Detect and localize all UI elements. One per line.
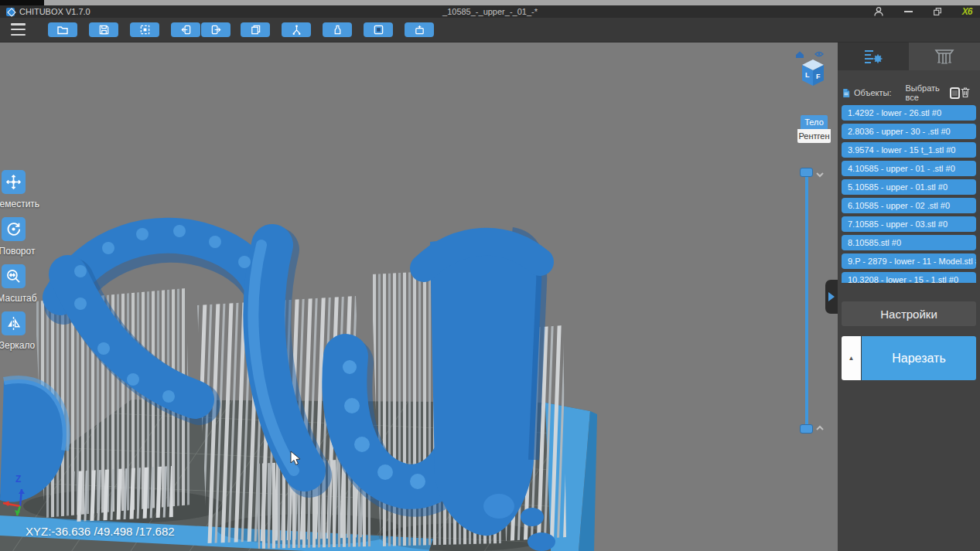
- view-cube[interactable]: L F: [794, 47, 832, 90]
- object-list-item[interactable]: 5.10585 - upper - 01.stl #0: [842, 179, 976, 195]
- app-logo-icon: [6, 8, 15, 16]
- trash-icon: [960, 87, 971, 98]
- objects-header: Объекты: Выбрать все: [842, 85, 975, 100]
- select-all-label: Выбрать все: [905, 83, 944, 102]
- minimize-button[interactable]: [900, 6, 917, 17]
- build-plate-scene: [0, 43, 838, 551]
- menu-hamburger-icon[interactable]: [11, 23, 26, 36]
- punch-hole-button[interactable]: [405, 22, 434, 37]
- view-cube-left-face: L: [805, 71, 810, 79]
- save-button[interactable]: [89, 22, 118, 37]
- rotate-tool-label: Поворот: [0, 246, 45, 257]
- move-icon: [5, 174, 22, 190]
- recorder-badge: X6: [958, 6, 975, 17]
- layer-slider-bottom-handle[interactable]: [800, 424, 813, 434]
- move-tool-button[interactable]: [2, 170, 26, 194]
- select-all-checkbox[interactable]: [950, 87, 960, 99]
- chevron-up-icon[interactable]: [814, 423, 825, 434]
- layer-slider-top-handle[interactable]: [800, 168, 813, 177]
- export-model-button[interactable]: [201, 22, 230, 37]
- settings-list-icon: [863, 48, 883, 65]
- tab-supports[interactable]: [909, 43, 980, 70]
- xyz-status: XYZ:-36.636 /49.498 /17.682: [26, 525, 175, 538]
- auto-support-button[interactable]: [282, 22, 311, 37]
- slice-button[interactable]: Нарезать: [862, 336, 976, 380]
- right-panel: Объекты: Выбрать все 1.4292 - lower - 26…: [838, 43, 980, 551]
- open-folder-button[interactable]: [48, 22, 77, 37]
- slice-row: ▲ Нарезать: [842, 336, 976, 380]
- export-model-icon: [210, 24, 222, 36]
- dig-hole-button[interactable]: [364, 22, 393, 37]
- home-icon[interactable]: [796, 52, 804, 59]
- restore-button[interactable]: [929, 6, 946, 17]
- chevron-down-icon[interactable]: [814, 169, 825, 180]
- select-region-button[interactable]: [130, 22, 159, 37]
- scale-tool-label: Масштаб: [0, 293, 45, 304]
- view-mode-xray-button[interactable]: Рентген: [797, 129, 831, 143]
- view-cube-front-face: F: [816, 73, 821, 80]
- mirror-tool-button[interactable]: [2, 311, 26, 335]
- select-region-icon: [139, 24, 151, 36]
- screen-edge: [0, 0, 980, 5]
- mirror-icon: [5, 315, 22, 332]
- open-folder-icon: [56, 24, 69, 36]
- punch-hole-icon: [414, 24, 425, 36]
- object-list-item[interactable]: 9.P - 2879 - lower - 11 - Model.stl #0: [842, 253, 976, 269]
- viewport-3d[interactable]: Z реместить Поворот Масштаб Зеркало: [0, 43, 838, 551]
- hollow-button[interactable]: [323, 22, 352, 37]
- move-tool-label: реместить: [0, 199, 45, 209]
- object-list-item[interactable]: 6.10585 - upper - 02 .stl #0: [842, 198, 976, 213]
- object-list-item[interactable]: 8.10585.stl #0: [842, 235, 976, 250]
- document-title: _10585_-_upper_-_01_-*: [0, 7, 980, 16]
- dig-hole-icon: [373, 24, 384, 36]
- object-list-item[interactable]: 1.4292 - lower - 26.stl #0: [842, 105, 976, 121]
- delete-button[interactable]: [960, 87, 971, 100]
- view-mode-body-button[interactable]: Тело: [801, 115, 828, 129]
- object-list-item[interactable]: 7.10585 - upper - 03.stl #0: [842, 216, 976, 232]
- copy-model-icon: [250, 24, 261, 36]
- axis-z-label: Z: [15, 474, 21, 485]
- object-list-item[interactable]: 4.10585 - upper - 01 - .stl #0: [842, 161, 976, 176]
- mouse-cursor: [290, 451, 302, 471]
- mirror-tool-label: Зеркало: [0, 340, 45, 351]
- panel-collapse-handle[interactable]: [825, 280, 838, 314]
- copy-model-button[interactable]: [241, 22, 270, 37]
- tab-objects-settings[interactable]: [838, 43, 909, 70]
- object-list-item[interactable]: 3.9574 - lower - 15 t_1.stl #0: [842, 142, 976, 158]
- toolbar: [0, 18, 980, 43]
- document-icon: [842, 87, 850, 99]
- user-account-icon[interactable]: [870, 6, 887, 17]
- slice-dropdown-button[interactable]: ▲: [842, 336, 861, 380]
- scale-icon: [5, 268, 22, 284]
- hollow-icon: [332, 24, 343, 36]
- triangle-right-icon: [828, 292, 835, 301]
- import-model-button[interactable]: [171, 22, 200, 37]
- settings-button[interactable]: Настройки: [842, 301, 976, 326]
- screen-edge-dark: [0, 0, 44, 5]
- object-list-item[interactable]: 2.8036 - upper - 30 - .stl #0: [842, 124, 976, 139]
- objects-label: Объекты:: [854, 88, 891, 97]
- import-model-icon: [180, 24, 192, 36]
- eye-icon[interactable]: [815, 53, 823, 56]
- window-controls: X6: [870, 5, 975, 18]
- object-list-item[interactable]: 10.3208 - lower - 15 - 1.stl #0: [842, 272, 976, 283]
- layer-slider-track[interactable]: [805, 172, 808, 430]
- rotate-tool-button[interactable]: [2, 217, 26, 241]
- auto-support-icon: [291, 24, 302, 36]
- object-list: 1.4292 - lower - 26.stl #0 2.8036 - uppe…: [842, 105, 976, 283]
- supports-tab-icon: [934, 47, 955, 66]
- app-title: CHITUBOX V1.7.0: [19, 7, 90, 16]
- save-icon: [98, 24, 110, 36]
- scale-tool-button[interactable]: [2, 264, 26, 288]
- title-bar: CHITUBOX V1.7.0 _10585_-_upper_-_01_-*: [0, 5, 980, 18]
- panel-tabs: [838, 43, 980, 70]
- rotate-icon: [5, 221, 22, 237]
